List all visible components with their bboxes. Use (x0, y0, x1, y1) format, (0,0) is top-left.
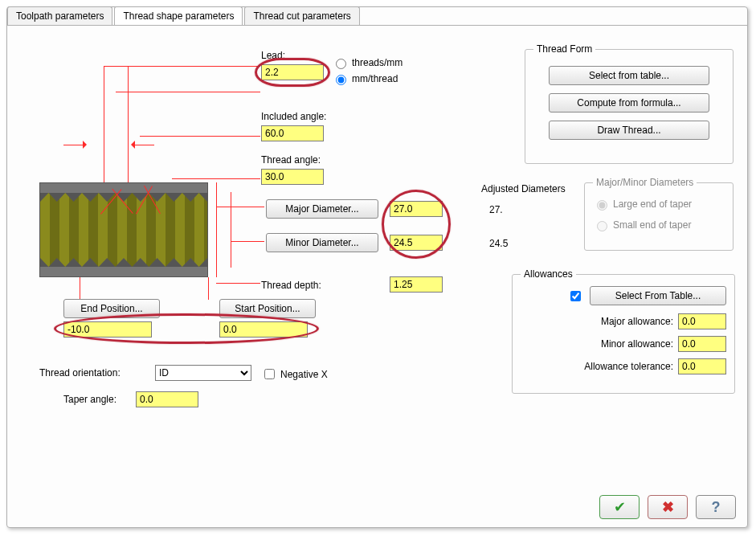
annotation-line (116, 92, 260, 92)
lead-mm-thread-radio[interactable]: mm/thread (332, 72, 398, 85)
major-diameter-input[interactable] (390, 201, 443, 217)
radio-label: Large end of taper (613, 198, 692, 210)
radio-label: mm/thread (352, 73, 398, 84)
annotation-line (172, 178, 260, 179)
radio-label: threads/mm (352, 57, 403, 68)
allowances-enable-checkbox[interactable] (570, 291, 581, 301)
adjusted-diameters-label: Adjusted Diameters (481, 183, 566, 194)
small-end-taper-radio: Small end of taper (593, 219, 725, 231)
ok-button[interactable]: ✔ (599, 495, 640, 519)
close-icon: ✖ (662, 498, 674, 516)
allowance-tolerance-input[interactable] (678, 358, 726, 374)
radio-icon[interactable] (336, 59, 346, 69)
allowances-select-from-table-button[interactable]: Select From Table... (590, 286, 726, 305)
annotation-line (140, 136, 260, 137)
tab-thread-shape-parameters[interactable]: Thread shape parameters (114, 6, 243, 25)
lead-threads-mm-radio[interactable]: threads/mm (332, 56, 403, 69)
large-end-taper-radio: Large end of taper (593, 198, 725, 211)
negative-x-checkbox[interactable]: Negative X (261, 366, 328, 382)
thread-form-legend: Thread Form (533, 43, 595, 55)
thread-form-group: Thread Form Select from table... Compute… (525, 43, 734, 164)
annotation-line (216, 182, 217, 277)
check-icon: ✔ (614, 498, 626, 516)
included-angle-label: Included angle: (261, 111, 326, 122)
tab-thread-cut-parameters[interactable]: Thread cut parameters (244, 6, 359, 25)
thread-depth-label: Thread depth: (261, 280, 321, 291)
tab-toolpath-parameters[interactable]: Toolpath parameters (7, 6, 112, 25)
minor-allowance-label: Minor allowance: (601, 338, 673, 350)
allowances-legend: Allowances (521, 268, 576, 280)
annotation-line (104, 66, 260, 67)
included-angle-input[interactable] (261, 125, 324, 141)
radio-icon (597, 221, 607, 231)
adjusted-minor-value: 24.5 (489, 238, 508, 249)
annotation-angle (100, 151, 133, 183)
major-allowance-input[interactable] (678, 313, 726, 329)
help-icon: ? (712, 499, 721, 516)
major-minor-diameters-legend: Major/Minor Diameters (593, 177, 697, 188)
tab-body: Lead: threads/mm mm/thread Included angl… (7, 25, 747, 483)
cancel-button[interactable]: ✖ (648, 495, 688, 519)
select-from-table-button[interactable]: Select from table... (549, 66, 709, 85)
taper-angle-label: Taper angle: (63, 394, 116, 405)
lead-input[interactable] (261, 64, 324, 80)
annotation-line (216, 283, 260, 284)
end-position-input[interactable] (63, 321, 152, 338)
annotation-line (231, 192, 231, 268)
taper-angle-input[interactable] (136, 391, 198, 407)
radio-icon (597, 200, 607, 211)
dialog-frame: Toolpath parameters Thread shape paramet… (6, 6, 748, 528)
compute-from-formula-button[interactable]: Compute from formula... (549, 93, 709, 113)
start-position-button[interactable]: Start Position... (219, 299, 316, 318)
adjusted-major-value: 27. (489, 204, 503, 215)
allowances-group: Allowances Select From Table... Major al… (512, 268, 735, 394)
checkbox-icon[interactable] (264, 369, 275, 379)
start-position-input[interactable] (219, 321, 308, 338)
minor-allowance-input[interactable] (678, 336, 726, 352)
lead-label: Lead: (261, 50, 285, 61)
thread-angle-input[interactable] (261, 169, 324, 185)
annotation-line (208, 277, 209, 300)
annotation-line (80, 277, 80, 300)
major-diameter-button[interactable]: Major Diameter... (266, 199, 378, 219)
thread-depth-input[interactable] (390, 276, 443, 293)
end-position-button[interactable]: End Position... (63, 299, 160, 318)
checkbox-label: Negative X (280, 369, 328, 380)
allowance-tolerance-label: Allowance tolerance: (584, 361, 673, 372)
annotation-angle (136, 151, 168, 183)
thread-illustration (39, 182, 208, 277)
tab-strip: Toolpath parameters Thread shape paramet… (7, 6, 747, 25)
minor-diameter-input[interactable] (390, 235, 443, 251)
annotation-line (216, 207, 264, 207)
thread-angle-label: Thread angle: (261, 154, 321, 166)
radio-icon[interactable] (336, 75, 346, 85)
thread-orientation-select[interactable]: ID (155, 365, 251, 381)
thread-orientation-label: Thread orientation: (39, 367, 121, 378)
help-button[interactable]: ? (696, 495, 736, 519)
radio-label: Small end of taper (613, 219, 691, 231)
major-allowance-label: Major allowance: (601, 316, 673, 327)
draw-thread-button[interactable]: Draw Thread... (549, 121, 709, 140)
major-minor-diameters-group: Major/Minor Diameters Large end of taper… (584, 177, 734, 251)
annotation-line (231, 241, 264, 242)
dialog-footer-buttons: ✔ ✖ ? (599, 495, 736, 519)
minor-diameter-button[interactable]: Minor Diameter... (266, 233, 378, 252)
